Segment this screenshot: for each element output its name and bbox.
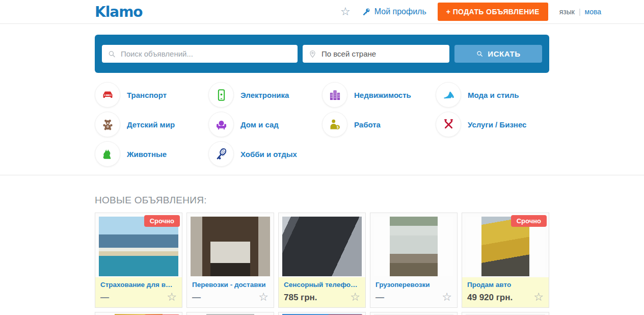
search-field — [102, 45, 298, 63]
category-item[interactable]: Электроника — [208, 82, 322, 108]
favorite-star-icon[interactable]: ☆ — [350, 292, 360, 303]
listing-card[interactable] — [462, 312, 549, 315]
key-icon — [362, 7, 371, 16]
favorite-star-icon[interactable]: ☆ — [533, 292, 544, 303]
category-icon-circle — [95, 82, 120, 108]
location-pin-icon — [308, 49, 317, 58]
top-header: Klamo ☆ Мой профиль + ПОДАТЬ ОБЪЯВЛЕНИЕ … — [0, 0, 644, 24]
listing-title[interactable]: Страхование для выезж... — [100, 281, 177, 288]
category-icon-circle — [95, 141, 120, 167]
category-item[interactable]: Транспорт — [95, 82, 208, 108]
listing-photo-image — [191, 217, 270, 276]
post-ad-button[interactable]: + ПОДАТЬ ОБЪЯВЛЕНИЕ — [438, 3, 548, 21]
lang-russian[interactable]: язык — [559, 8, 575, 16]
listing-title[interactable]: Сенсорный телефон No... — [284, 281, 360, 288]
category-item[interactable]: Дом и сад — [208, 112, 322, 137]
teddy-bear-icon — [101, 118, 115, 132]
category-label: Дом и сад — [240, 120, 279, 129]
profile-label: Мой профиль — [374, 7, 426, 16]
category-item[interactable]: $ Работа — [322, 112, 436, 137]
listing-title[interactable]: Продам авто — [467, 281, 544, 288]
listing-title[interactable]: Грузоперевозки — [375, 281, 452, 288]
cat-icon — [101, 147, 115, 161]
listing-card[interactable]: Сенсорный телефон No... 785 грн. ☆ — [278, 213, 366, 308]
category-item[interactable]: Недвижимость — [322, 82, 436, 108]
listing-photo — [191, 217, 270, 276]
listing-card[interactable]: Срочно — [278, 312, 366, 315]
listing-photo-image — [282, 217, 362, 276]
category-item[interactable]: Хобби и отдых — [208, 141, 322, 167]
profile-link[interactable]: Мой профиль — [362, 7, 426, 16]
category-label: Электроника — [240, 91, 289, 99]
listing-card[interactable]: Срочно Страхование для выезж... — ☆ — [95, 213, 182, 308]
category-icon-circle — [208, 82, 234, 108]
listing-price: — — [375, 293, 384, 303]
urgent-badge: Срочно — [511, 215, 547, 227]
category-item[interactable]: Детский мир — [95, 112, 208, 137]
listing-info: Сенсорный телефон No... 785 грн. ☆ — [279, 277, 365, 307]
smartphone-icon — [214, 88, 228, 102]
category-icon-circle — [322, 82, 347, 108]
lang-ukrainian[interactable]: мова — [585, 8, 601, 16]
listing-price: 49 920 грн. — [467, 293, 513, 303]
listing-card[interactable]: Срочно Продам авто 49 920 грн. ☆ — [462, 213, 549, 308]
listings-row-1: Срочно Страхование для выезж... — ☆ Пере… — [95, 213, 549, 308]
favorite-star-icon[interactable]: ☆ — [258, 292, 269, 303]
location-field — [303, 45, 449, 63]
category-label: Услуги / Бизнес — [468, 120, 526, 129]
category-label: Работа — [354, 120, 381, 129]
favorites-star-icon[interactable]: ☆ — [340, 6, 351, 17]
listing-price: — — [100, 293, 109, 303]
category-grid: Транспорт Электроника Недвижимость Мода … — [95, 73, 549, 167]
listing-info: Перевозки - доставки — ☆ — [187, 277, 274, 307]
car-icon — [101, 88, 115, 102]
listing-info: Продам авто 49 920 грн. ☆ — [462, 277, 549, 307]
listing-card[interactable]: Грузоперевозки — ☆ — [370, 213, 458, 308]
search-bar: ИСКАТЬ — [95, 35, 549, 73]
heel-shoe-icon — [442, 88, 455, 102]
category-label: Мода и стиль — [468, 91, 519, 99]
category-icon-circle — [208, 112, 234, 137]
header-actions: ☆ Мой профиль + ПОДАТЬ ОБЪЯВЛЕНИЕ язык |… — [340, 3, 601, 21]
favorite-star-icon[interactable]: ☆ — [442, 292, 452, 303]
search-button-icon — [476, 50, 484, 58]
listings-row-2: Срочно Срочно — [95, 312, 549, 315]
svg-text:$: $ — [336, 125, 338, 129]
location-input[interactable] — [303, 45, 449, 63]
listing-card[interactable] — [370, 312, 458, 315]
urgent-badge: Срочно — [144, 215, 180, 227]
new-listings-section: НОВЫЕ ОБЪЯВЛЕНИЯ: Срочно Страхование для… — [95, 195, 549, 315]
category-label: Хобби и отдых — [240, 150, 297, 159]
section-title: НОВЫЕ ОБЪЯВЛЕНИЯ: — [95, 195, 549, 206]
category-label: Недвижимость — [354, 91, 411, 99]
worker-icon: $ — [328, 118, 342, 132]
tools-icon — [442, 118, 455, 132]
category-item[interactable]: Мода и стиль — [436, 82, 549, 108]
listing-price: — — [192, 293, 201, 303]
favorite-star-icon[interactable]: ☆ — [167, 292, 177, 303]
search-button-label: ИСКАТЬ — [488, 49, 520, 58]
logo[interactable]: Klamo — [95, 4, 143, 20]
listing-card[interactable]: Срочно — [95, 312, 182, 315]
tennis-racket-icon — [214, 147, 228, 161]
listing-info: Грузоперевозки — ☆ — [370, 277, 457, 307]
listing-card[interactable] — [186, 312, 274, 315]
search-button[interactable]: ИСКАТЬ — [454, 45, 542, 63]
buildings-icon — [328, 88, 342, 102]
category-item[interactable]: Животные — [95, 141, 208, 167]
category-label: Животные — [127, 150, 167, 159]
listing-card[interactable]: Перевозки - доставки — ☆ — [186, 213, 274, 308]
search-input[interactable] — [102, 45, 298, 63]
listing-price: 785 грн. — [284, 293, 317, 303]
category-icon-circle — [436, 82, 461, 108]
listing-title[interactable]: Перевозки - доставки — [192, 281, 269, 288]
category-label: Транспорт — [127, 91, 167, 99]
language-switcher: язык | мова — [559, 8, 601, 16]
category-label: Детский мир — [127, 120, 175, 129]
search-section: ИСКАТЬ — [0, 24, 644, 73]
armchair-icon — [214, 118, 228, 132]
category-icon-circle: $ — [322, 112, 347, 137]
lang-separator: | — [579, 8, 581, 16]
category-icon-circle — [436, 112, 461, 137]
category-item[interactable]: Услуги / Бизнес — [436, 112, 549, 137]
